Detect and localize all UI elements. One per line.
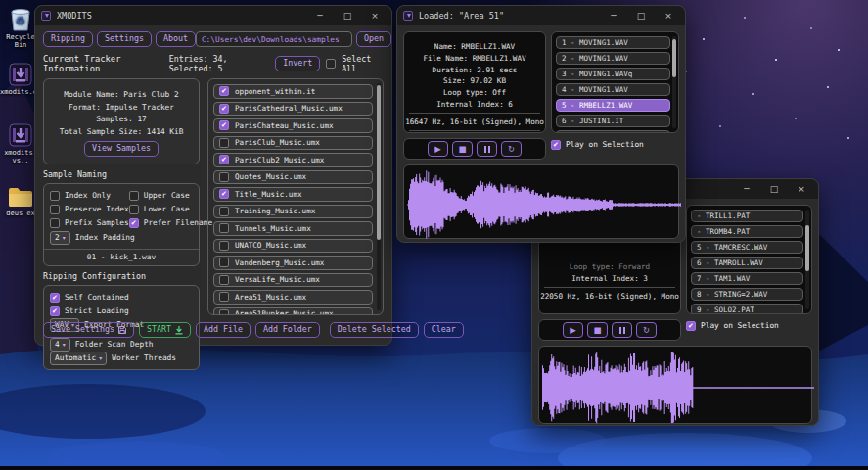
scan-depth-select[interactable]: 4 ▾ [50, 338, 70, 351]
loop-button[interactable]: ↻ [636, 322, 657, 338]
checkbox[interactable] [129, 191, 139, 201]
add-folder-button[interactable]: Add Folder [255, 322, 320, 338]
tab-settings[interactable]: Settings [97, 31, 152, 47]
strict-loading-checkbox[interactable]: ✔ [50, 306, 60, 316]
close-icon[interactable]: × [658, 11, 679, 21]
table-row[interactable]: ✔ParisChateau_Music.umx [213, 118, 373, 133]
checkbox[interactable] [219, 309, 229, 315]
checkbox[interactable] [219, 172, 229, 182]
pause-button[interactable] [612, 322, 632, 338]
play-on-selection-checkbox[interactable]: ✔ [551, 140, 561, 150]
destination-path-input[interactable]: C:\Users\dev\Downloads\samples [196, 31, 352, 47]
list-item[interactable]: 6 - JUSTIN1.IT [556, 115, 670, 127]
checkbox[interactable] [219, 138, 229, 148]
list-item[interactable]: 6 - TAMROLL.WAV [691, 257, 803, 269]
list-item[interactable]: 9 - SOLO2.PAT [691, 304, 803, 314]
table-row[interactable]: ✔opponent_within.it [213, 84, 373, 99]
checkbox[interactable]: ✔ [219, 120, 229, 130]
table-row[interactable]: ParisClub_Music.umx [213, 136, 373, 151]
checkbox[interactable]: ✔ [219, 155, 229, 164]
stop-button[interactable]: ■ [452, 141, 473, 157]
checkbox[interactable] [219, 275, 229, 285]
list-item[interactable]: 5 - TAMCRESC.WAV [691, 241, 803, 254]
scrollbar[interactable] [805, 210, 809, 309]
maximize-icon[interactable]: □ [763, 184, 785, 194]
scrollbar[interactable] [672, 36, 676, 128]
chevron-down-icon: ▾ [99, 354, 102, 361]
divider [409, 130, 540, 131]
maximize-icon[interactable]: □ [630, 11, 652, 21]
close-icon[interactable]: × [364, 11, 386, 21]
maximize-icon[interactable]: □ [337, 11, 358, 21]
table-row[interactable]: UNATCO_Music.umx [213, 239, 373, 254]
checkbox[interactable] [219, 258, 229, 267]
checkbox[interactable] [50, 218, 60, 228]
play-button[interactable]: ▶ [563, 322, 583, 338]
table-row[interactable]: ✔Title_Music.umx [213, 187, 373, 202]
list-item[interactable]: - TRILL1.PAT [691, 210, 803, 222]
open-button[interactable]: Open [356, 31, 391, 47]
checkbox[interactable] [219, 223, 229, 233]
checkbox[interactable]: ✔ [219, 86, 229, 96]
table-row[interactable]: Vandenberg_Music.umx [213, 256, 373, 270]
start-button[interactable]: START [139, 322, 191, 338]
table-row[interactable]: Training_Music.umx [213, 205, 373, 219]
table-row[interactable]: ✔ParisClub2_Music.umx [213, 153, 373, 167]
titlebar[interactable]: Loaded: "Area 51" ─ □ × [397, 6, 685, 25]
checkbox[interactable]: ✔ [219, 104, 229, 114]
taskbar[interactable] [0, 466, 868, 470]
app-icon [41, 11, 51, 21]
play-on-selection-label: Play on Selection [566, 140, 644, 149]
list-item[interactable]: - TROMB4.PAT [691, 225, 803, 238]
checkbox[interactable] [219, 207, 229, 216]
list-item[interactable]: 3 - MOVING1.WAVq [556, 68, 670, 80]
index-padding-select[interactable]: 2 ▾ [50, 231, 70, 244]
save-settings-button[interactable]: Save Settings [43, 322, 134, 338]
scrollbar[interactable] [377, 83, 381, 310]
checkbox[interactable] [50, 205, 60, 214]
checkbox[interactable] [50, 191, 60, 201]
table-row[interactable]: Quotes_Music.umx [213, 170, 373, 185]
minimize-icon[interactable]: ─ [736, 184, 757, 194]
checkbox[interactable] [219, 292, 229, 302]
view-samples-button[interactable]: View Samples [84, 141, 159, 157]
table-row[interactable]: Tunnels_Music.umx [213, 221, 373, 236]
naming-option: ✔Prefer Filename [129, 216, 212, 230]
worker-threads-select[interactable]: Automatic ▾ [50, 352, 107, 364]
table-row[interactable]: Area51Bunker_Music.umx [213, 307, 373, 316]
list-item[interactable]: 1 - MOVING1.WAV [556, 36, 670, 49]
loop-button[interactable]: ↻ [501, 141, 522, 157]
checkbox[interactable] [129, 205, 139, 214]
tracker-info-heading: Current Tracker Information [43, 54, 169, 73]
table-row[interactable]: ✔ParisCathedral_Music.umx [213, 102, 373, 117]
play-icon: ▶ [434, 144, 441, 154]
add-file-button[interactable]: Add File [196, 322, 251, 338]
play-button[interactable]: ▶ [428, 141, 448, 157]
tab-ripping[interactable]: Ripping [43, 31, 93, 47]
list-item[interactable]: 7 - UNIQUE.IT [556, 130, 670, 133]
checkbox[interactable]: ✔ [219, 189, 229, 199]
close-icon[interactable]: × [791, 184, 812, 194]
minimize-icon[interactable]: ─ [603, 11, 624, 21]
clear-button[interactable]: Clear [424, 322, 464, 338]
self-contained-checkbox[interactable]: ✔ [50, 293, 60, 303]
file-name: ParisChateau_Music.umx [235, 121, 334, 130]
list-item[interactable]: 2 - MOVING1.WAV [556, 52, 670, 65]
list-item[interactable]: 4 - MOVING1.WAV [556, 83, 670, 96]
list-item[interactable]: 5 - RMBELLZ1.WAV [556, 99, 670, 112]
checkbox[interactable] [219, 241, 229, 251]
delete-selected-button[interactable]: Delete Selected [330, 322, 419, 338]
invert-button[interactable]: Invert [275, 56, 320, 71]
minimize-icon[interactable]: ─ [309, 11, 331, 21]
list-item[interactable]: 8 - STRING=2.WAV [691, 288, 803, 301]
stop-button[interactable]: ■ [587, 322, 608, 338]
select-all-checkbox[interactable] [326, 59, 336, 69]
table-row[interactable]: VersaLife_Music.umx [213, 273, 373, 288]
table-row[interactable]: Area51_Music.umx [213, 290, 373, 305]
play-on-selection-checkbox[interactable]: ✔ [686, 321, 696, 331]
pause-button[interactable] [477, 141, 497, 157]
checkbox[interactable]: ✔ [129, 218, 139, 228]
list-item[interactable]: 7 - TAM1.WAV [691, 272, 803, 285]
tab-about[interactable]: About [156, 31, 196, 47]
titlebar[interactable]: XMODITS ─ □ × [35, 6, 391, 25]
